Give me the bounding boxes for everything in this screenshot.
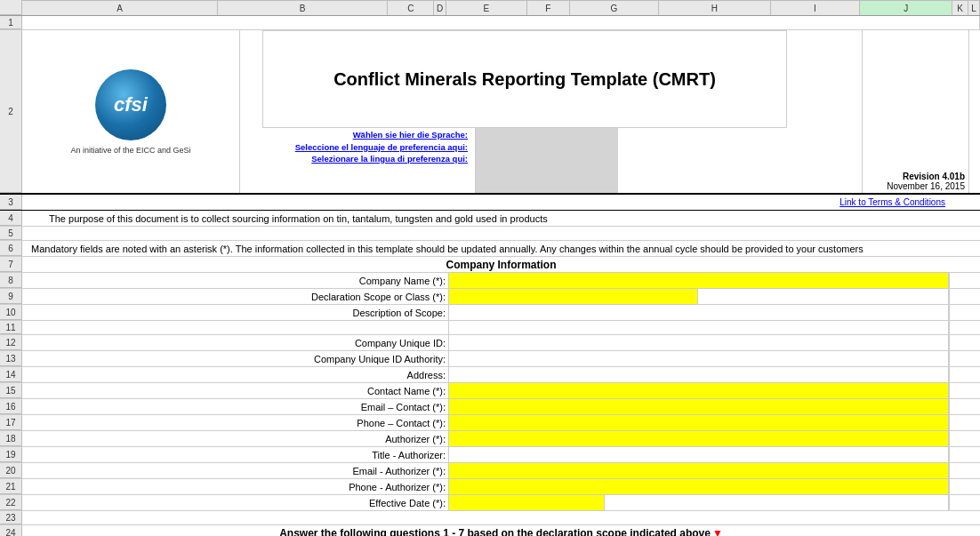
row-10: 10 Description of Scope: [0,305,980,321]
row-7: 7 Company Information [0,257,980,273]
lang-italian[interactable]: Selezionare la lingua di preferenza qui: [247,153,468,164]
row-header-18: 18 [0,431,22,446]
input-declaration-scope2[interactable] [698,289,949,304]
row-header-5: 5 [0,227,22,240]
input-phone-contact[interactable] [449,415,949,430]
row-header-4: 4 [0,211,22,226]
row-9: 9 Declaration Scope or Class (*): [0,289,980,305]
label-contact-name: Contact Name (*): [22,383,449,398]
row-header-9: 9 [0,289,22,304]
row-header-23: 23 [0,511,22,524]
row1-cell [22,16,980,29]
row-1: 1 [0,16,980,30]
col-header-g: G [570,0,659,15]
row-header-22: 22 [0,495,22,510]
col-header-d: D [434,0,446,15]
row-header-15: 15 [0,383,22,398]
input-uid-authority[interactable] [449,351,949,366]
revision-text: Revision 4.01b [903,172,965,181]
col-header-l: L [968,0,980,15]
input-desc-scope[interactable] [449,305,949,320]
label-authorizer: Authorizer (*): [22,431,449,446]
row-18: 18 Authorizer (*): [0,431,980,447]
row-12: 12 Company Unique ID: [0,335,980,351]
corner-cell [0,0,22,15]
label-desc-scope: Description of Scope: [22,305,449,320]
row-header-20: 20 [0,463,22,478]
row-header-2: 2 [0,30,22,193]
purpose-text: The purpose of this document is to colle… [22,211,980,226]
row3-content: Link to Terms & Conditions [22,195,980,210]
label-declaration-scope: Declaration Scope or Class (*): [22,289,449,304]
input-email-contact[interactable] [449,399,949,414]
row-16: 16 Email – Contact (*): [0,399,980,415]
row-header-10: 10 [0,305,22,320]
cfsi-logo: cfsi [95,69,166,140]
input-phone-authorizer[interactable] [449,479,949,494]
label-email-contact: Email – Contact (*): [22,399,449,414]
input-company-uid[interactable] [449,335,949,350]
label-company-name: Company Name (*): [22,273,449,288]
row-24: 24 Answer the following questions 1 - 7 … [0,525,980,536]
row-header-17: 17 [0,415,22,430]
row-header-19: 19 [0,447,22,462]
column-headers: A B C D E F G H I J K L [0,0,980,16]
input-row11[interactable] [449,321,949,334]
row-21: 21 Phone - Authorizer (*): [0,479,980,495]
col-header-c: C [388,0,434,15]
title-area: Conflict Minerals Reporting Template (CM… [262,30,787,128]
terms-link[interactable]: Link to Terms & Conditions [839,197,945,207]
label-address: Address: [22,367,449,382]
label-email-authorizer: Email - Authorizer (*): [22,463,449,478]
input-address[interactable] [449,367,949,382]
input-contact-name[interactable] [449,383,949,398]
row-13: 13 Company Unique ID Authority: [0,351,980,367]
input-authorizer[interactable] [449,431,949,446]
cfsi-tagline: An initiative of the EICC and GeSi [70,146,190,155]
row-4: 4 The purpose of this document is to col… [0,211,980,227]
col-header-a: A [22,0,218,15]
col-header-f: F [527,0,570,15]
row-14: 14 Address: [0,367,980,383]
row-17: 17 Phone – Contact (*): [0,415,980,431]
lang-german[interactable]: Wählen sie hier die Sprache: [247,129,468,140]
row-header-21: 21 [0,479,22,494]
col-header-b: B [218,0,388,15]
col-header-h: H [659,0,771,15]
answer-note: Answer the following questions 1 - 7 bas… [22,525,980,536]
row-15: 15 Contact Name (*): [0,383,980,399]
row-20: 20 Email - Authorizer (*): [0,463,980,479]
row-8: 8 Company Name (*): [0,273,980,289]
row-11: 11 [0,321,980,335]
row-header-16: 16 [0,399,22,414]
main-title: Conflict Minerals Reporting Template (CM… [325,60,725,99]
red-triangle: ▼ [712,527,723,537]
col-kl [969,30,980,193]
revision-date: November 16, 2015 [887,181,965,191]
revision-area: Revision 4.01b November 16, 2015 [863,30,969,193]
label-title-authorizer: Title - Authorizer: [22,447,449,462]
col-header-e: E [446,0,527,15]
col-header-i: I [771,0,860,15]
row-5: 5 [0,227,980,241]
label-phone-authorizer: Phone - Authorizer (*): [22,479,449,494]
row-header-8: 8 [0,273,22,288]
row-header-14: 14 [0,367,22,382]
label-uid-authority: Company Unique ID Authority: [22,351,449,366]
row-19: 19 Title - Authorizer: [0,447,980,463]
logo-area: cfsi An initiative of the EICC and GeSi [22,30,240,193]
lang-spanish[interactable]: Seleccione el lenguaje de preferencia aq… [247,141,468,153]
col-header-j: J [860,0,952,15]
input-effective-date2 [605,495,949,510]
label-phone-contact: Phone – Contact (*): [22,415,449,430]
input-declaration-scope[interactable] [449,289,698,304]
row23-content [22,511,980,524]
input-company-name[interactable] [449,273,949,288]
row-header-13: 13 [0,351,22,366]
input-effective-date[interactable] [449,495,605,510]
row-3: 3 Link to Terms & Conditions [0,195,980,211]
row-header-3: 3 [0,195,22,210]
input-title-authorizer[interactable] [449,447,949,462]
row-header-24: 24 [0,525,22,536]
input-email-authorizer[interactable] [449,463,949,478]
